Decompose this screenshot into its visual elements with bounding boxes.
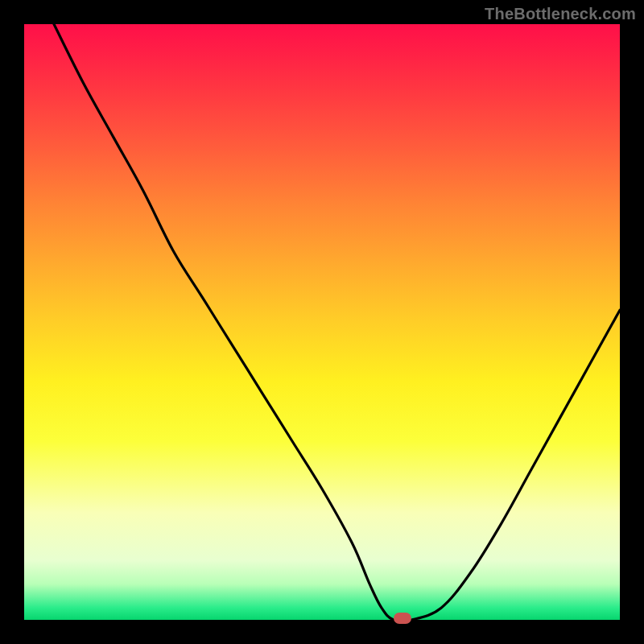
curve-svg — [24, 24, 620, 620]
optimum-marker — [394, 613, 411, 624]
watermark-text: TheBottleneck.com — [485, 5, 636, 23]
bottleneck-curve — [54, 24, 620, 621]
chart-container: TheBottleneck.com — [0, 0, 644, 644]
